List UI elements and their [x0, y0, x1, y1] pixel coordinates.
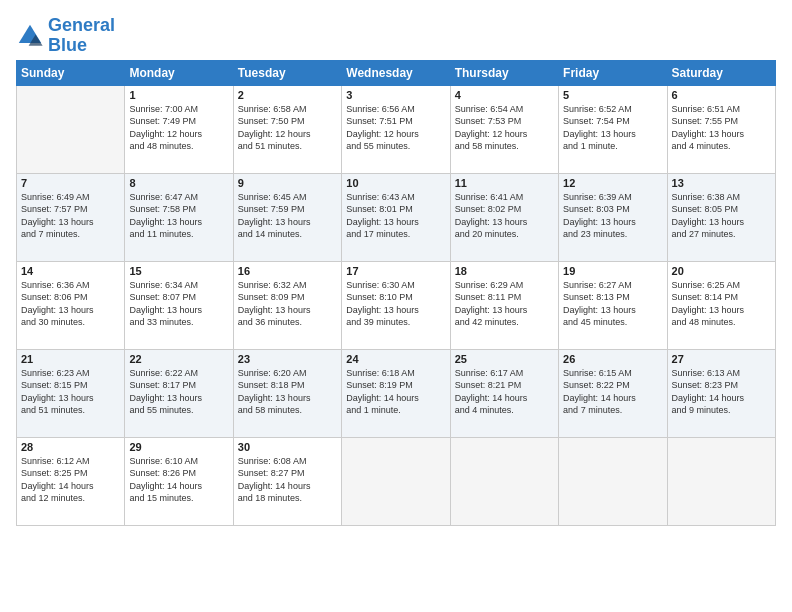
calendar-cell: 10Sunrise: 6:43 AM Sunset: 8:01 PM Dayli… [342, 173, 450, 261]
day-number: 5 [563, 89, 662, 101]
calendar-table: SundayMondayTuesdayWednesdayThursdayFrid… [16, 60, 776, 526]
calendar-cell: 5Sunrise: 6:52 AM Sunset: 7:54 PM Daylig… [559, 85, 667, 173]
calendar-cell: 25Sunrise: 6:17 AM Sunset: 8:21 PM Dayli… [450, 349, 558, 437]
day-info: Sunrise: 6:45 AM Sunset: 7:59 PM Dayligh… [238, 191, 337, 241]
day-info: Sunrise: 6:39 AM Sunset: 8:03 PM Dayligh… [563, 191, 662, 241]
calendar-cell: 24Sunrise: 6:18 AM Sunset: 8:19 PM Dayli… [342, 349, 450, 437]
day-info: Sunrise: 6:38 AM Sunset: 8:05 PM Dayligh… [672, 191, 771, 241]
day-info: Sunrise: 6:49 AM Sunset: 7:57 PM Dayligh… [21, 191, 120, 241]
calendar-week-row: 7Sunrise: 6:49 AM Sunset: 7:57 PM Daylig… [17, 173, 776, 261]
weekday-header: Wednesday [342, 60, 450, 85]
day-info: Sunrise: 6:36 AM Sunset: 8:06 PM Dayligh… [21, 279, 120, 329]
calendar-cell: 13Sunrise: 6:38 AM Sunset: 8:05 PM Dayli… [667, 173, 775, 261]
calendar-week-row: 21Sunrise: 6:23 AM Sunset: 8:15 PM Dayli… [17, 349, 776, 437]
calendar-cell: 26Sunrise: 6:15 AM Sunset: 8:22 PM Dayli… [559, 349, 667, 437]
day-info: Sunrise: 6:17 AM Sunset: 8:21 PM Dayligh… [455, 367, 554, 417]
calendar-cell: 29Sunrise: 6:10 AM Sunset: 8:26 PM Dayli… [125, 437, 233, 525]
day-number: 9 [238, 177, 337, 189]
day-number: 7 [21, 177, 120, 189]
logo: General Blue [16, 16, 115, 56]
weekday-header: Monday [125, 60, 233, 85]
day-info: Sunrise: 6:32 AM Sunset: 8:09 PM Dayligh… [238, 279, 337, 329]
calendar-cell: 21Sunrise: 6:23 AM Sunset: 8:15 PM Dayli… [17, 349, 125, 437]
day-number: 21 [21, 353, 120, 365]
calendar-cell: 3Sunrise: 6:56 AM Sunset: 7:51 PM Daylig… [342, 85, 450, 173]
day-info: Sunrise: 6:43 AM Sunset: 8:01 PM Dayligh… [346, 191, 445, 241]
day-number: 22 [129, 353, 228, 365]
calendar-cell: 14Sunrise: 6:36 AM Sunset: 8:06 PM Dayli… [17, 261, 125, 349]
calendar-cell: 11Sunrise: 6:41 AM Sunset: 8:02 PM Dayli… [450, 173, 558, 261]
day-number: 3 [346, 89, 445, 101]
day-number: 11 [455, 177, 554, 189]
header-row: SundayMondayTuesdayWednesdayThursdayFrid… [17, 60, 776, 85]
day-info: Sunrise: 7:00 AM Sunset: 7:49 PM Dayligh… [129, 103, 228, 153]
day-info: Sunrise: 6:22 AM Sunset: 8:17 PM Dayligh… [129, 367, 228, 417]
day-info: Sunrise: 6:20 AM Sunset: 8:18 PM Dayligh… [238, 367, 337, 417]
day-info: Sunrise: 6:27 AM Sunset: 8:13 PM Dayligh… [563, 279, 662, 329]
calendar-cell: 4Sunrise: 6:54 AM Sunset: 7:53 PM Daylig… [450, 85, 558, 173]
day-number: 1 [129, 89, 228, 101]
day-number: 13 [672, 177, 771, 189]
weekday-header: Saturday [667, 60, 775, 85]
calendar-cell: 1Sunrise: 7:00 AM Sunset: 7:49 PM Daylig… [125, 85, 233, 173]
calendar-cell: 7Sunrise: 6:49 AM Sunset: 7:57 PM Daylig… [17, 173, 125, 261]
day-number: 23 [238, 353, 337, 365]
day-info: Sunrise: 6:58 AM Sunset: 7:50 PM Dayligh… [238, 103, 337, 153]
logo-text: General Blue [48, 16, 115, 56]
day-number: 17 [346, 265, 445, 277]
day-number: 16 [238, 265, 337, 277]
day-number: 30 [238, 441, 337, 453]
day-number: 6 [672, 89, 771, 101]
calendar-cell: 17Sunrise: 6:30 AM Sunset: 8:10 PM Dayli… [342, 261, 450, 349]
calendar-cell: 30Sunrise: 6:08 AM Sunset: 8:27 PM Dayli… [233, 437, 341, 525]
day-number: 25 [455, 353, 554, 365]
day-number: 12 [563, 177, 662, 189]
day-info: Sunrise: 6:54 AM Sunset: 7:53 PM Dayligh… [455, 103, 554, 153]
day-number: 20 [672, 265, 771, 277]
calendar-cell: 16Sunrise: 6:32 AM Sunset: 8:09 PM Dayli… [233, 261, 341, 349]
calendar-cell: 2Sunrise: 6:58 AM Sunset: 7:50 PM Daylig… [233, 85, 341, 173]
day-info: Sunrise: 6:23 AM Sunset: 8:15 PM Dayligh… [21, 367, 120, 417]
day-info: Sunrise: 6:51 AM Sunset: 7:55 PM Dayligh… [672, 103, 771, 153]
calendar-cell: 19Sunrise: 6:27 AM Sunset: 8:13 PM Dayli… [559, 261, 667, 349]
day-number: 28 [21, 441, 120, 453]
calendar-week-row: 14Sunrise: 6:36 AM Sunset: 8:06 PM Dayli… [17, 261, 776, 349]
day-number: 4 [455, 89, 554, 101]
calendar-cell: 23Sunrise: 6:20 AM Sunset: 8:18 PM Dayli… [233, 349, 341, 437]
calendar-cell [559, 437, 667, 525]
weekday-header: Sunday [17, 60, 125, 85]
day-number: 29 [129, 441, 228, 453]
day-info: Sunrise: 6:52 AM Sunset: 7:54 PM Dayligh… [563, 103, 662, 153]
weekday-header: Friday [559, 60, 667, 85]
page-container: General Blue SundayMondayTuesdayWednesda… [0, 0, 792, 534]
day-number: 24 [346, 353, 445, 365]
weekday-header: Tuesday [233, 60, 341, 85]
day-number: 8 [129, 177, 228, 189]
day-info: Sunrise: 6:34 AM Sunset: 8:07 PM Dayligh… [129, 279, 228, 329]
calendar-cell: 18Sunrise: 6:29 AM Sunset: 8:11 PM Dayli… [450, 261, 558, 349]
calendar-cell: 6Sunrise: 6:51 AM Sunset: 7:55 PM Daylig… [667, 85, 775, 173]
day-info: Sunrise: 6:41 AM Sunset: 8:02 PM Dayligh… [455, 191, 554, 241]
day-info: Sunrise: 6:56 AM Sunset: 7:51 PM Dayligh… [346, 103, 445, 153]
calendar-cell: 22Sunrise: 6:22 AM Sunset: 8:17 PM Dayli… [125, 349, 233, 437]
calendar-week-row: 28Sunrise: 6:12 AM Sunset: 8:25 PM Dayli… [17, 437, 776, 525]
day-info: Sunrise: 6:18 AM Sunset: 8:19 PM Dayligh… [346, 367, 445, 417]
day-info: Sunrise: 6:08 AM Sunset: 8:27 PM Dayligh… [238, 455, 337, 505]
day-info: Sunrise: 6:30 AM Sunset: 8:10 PM Dayligh… [346, 279, 445, 329]
day-info: Sunrise: 6:29 AM Sunset: 8:11 PM Dayligh… [455, 279, 554, 329]
day-info: Sunrise: 6:25 AM Sunset: 8:14 PM Dayligh… [672, 279, 771, 329]
day-info: Sunrise: 6:15 AM Sunset: 8:22 PM Dayligh… [563, 367, 662, 417]
day-number: 14 [21, 265, 120, 277]
logo-icon [16, 22, 44, 50]
day-info: Sunrise: 6:12 AM Sunset: 8:25 PM Dayligh… [21, 455, 120, 505]
calendar-cell [450, 437, 558, 525]
day-number: 10 [346, 177, 445, 189]
calendar-cell: 20Sunrise: 6:25 AM Sunset: 8:14 PM Dayli… [667, 261, 775, 349]
day-number: 27 [672, 353, 771, 365]
calendar-cell: 9Sunrise: 6:45 AM Sunset: 7:59 PM Daylig… [233, 173, 341, 261]
day-number: 18 [455, 265, 554, 277]
calendar-cell: 12Sunrise: 6:39 AM Sunset: 8:03 PM Dayli… [559, 173, 667, 261]
calendar-cell [667, 437, 775, 525]
day-number: 19 [563, 265, 662, 277]
calendar-week-row: 1Sunrise: 7:00 AM Sunset: 7:49 PM Daylig… [17, 85, 776, 173]
